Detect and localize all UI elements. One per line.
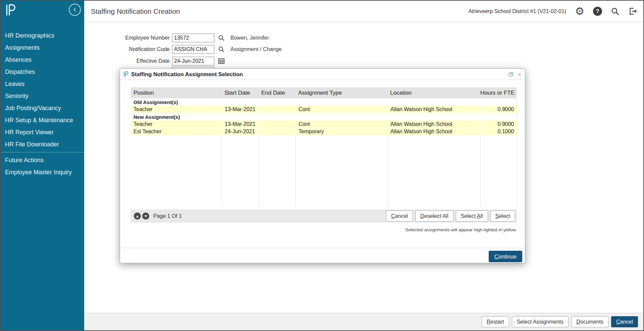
select-button[interactable]: Select xyxy=(490,210,515,222)
app-window: ‹ HR Demographics Assignments Absences D… xyxy=(0,0,644,331)
restart-button[interactable]: Restart xyxy=(482,316,509,327)
dialog-title: Staffing Notification Assignment Selecti… xyxy=(131,71,243,78)
sidebar-item-hr-setup-maintenance[interactable]: HR Setup & Maintenance xyxy=(1,114,84,126)
col-start-date: Start Date xyxy=(222,87,259,98)
page-title: Staffing Notification Creation xyxy=(91,7,180,15)
dialog-titlebar: Staffing Notification Assignment Selecti… xyxy=(120,69,525,80)
sidebar-collapse-button[interactable]: ‹ xyxy=(69,4,81,16)
sidebar-item-hr-report-viewer[interactable]: HR Report Viewer xyxy=(1,126,84,138)
cancel-button-footer[interactable]: Cancel xyxy=(611,316,638,327)
employee-number-row: Employee Number Bowen, Jennifer xyxy=(86,34,269,42)
chevron-left-icon: ‹ xyxy=(73,5,76,14)
sidebar-item-dispatches[interactable]: Dispatches xyxy=(1,66,84,78)
select-assignments-button[interactable]: Select Assignments xyxy=(512,316,569,327)
help-icon: ? xyxy=(593,7,602,16)
prev-page-button[interactable]: ▲ xyxy=(134,212,141,220)
sidebar-item-employee-master-inquiry[interactable]: Employee Master Inquiry xyxy=(1,166,84,178)
search-icon xyxy=(218,46,225,53)
col-end-date: End Date xyxy=(259,87,296,98)
col-hours-or-fte: Hours or FTE xyxy=(480,87,517,98)
sidebar-nav: HR Demographics Assignments Absences Dis… xyxy=(1,30,84,178)
assignment-table-wrap: Position Start Date End Date Assignment … xyxy=(131,87,517,207)
arrow-up-icon: ▲ xyxy=(136,215,139,218)
sidebar-item-hr-file-downloader[interactable]: HR File Downloader xyxy=(1,138,84,150)
selection-note: Selected assignments will appear high-li… xyxy=(131,227,517,232)
employee-number-lookup-button[interactable] xyxy=(218,35,225,41)
page-indicator: Page 1 Of 1 xyxy=(153,213,182,219)
dialog-logo-icon xyxy=(123,71,128,77)
calendar-button[interactable] xyxy=(218,58,225,64)
select-all-button[interactable]: Select All xyxy=(456,210,488,222)
sidebar: ‹ HR Demographics Assignments Absences D… xyxy=(1,1,84,330)
notification-code-row: Notification Code Assignment / Change xyxy=(86,45,282,54)
notification-code-description: Assignment / Change xyxy=(230,46,282,52)
sidebar-item-hr-demographics[interactable]: HR Demographics xyxy=(1,30,84,42)
effective-date-label: Effective Date xyxy=(86,58,170,64)
col-position: Position xyxy=(131,87,222,98)
employee-number-input[interactable] xyxy=(172,34,214,42)
notification-code-lookup-button[interactable] xyxy=(218,46,225,53)
settings-button[interactable]: ⚙ xyxy=(575,6,584,16)
empty-table-area xyxy=(131,135,517,207)
col-assignment-type: Assignment Type xyxy=(296,87,387,98)
group-header-row-old: Old Assignment(s) xyxy=(131,98,517,106)
action-bar: Restart Select Assignments Documents Can… xyxy=(84,313,643,330)
maximize-icon xyxy=(508,72,514,77)
employee-number-label: Employee Number xyxy=(86,35,170,41)
header: Staffing Notification Creation Atrieveer… xyxy=(84,1,643,22)
dialog-footer-bar: ▲ ▼ Page 1 Of 1 Cancel Deselect All Sele… xyxy=(131,209,517,223)
sidebar-item-leaves[interactable]: Leaves xyxy=(1,78,84,90)
cancel-button[interactable]: Cancel xyxy=(386,210,413,222)
col-location: Location xyxy=(387,87,480,98)
logout-icon xyxy=(628,7,637,16)
assignment-row[interactable]: Teacher 13-Mar-2021 Cont Allan Watson Hi… xyxy=(131,106,517,113)
district-label: Atrieveerp School District #1 (V21-02-01… xyxy=(469,8,567,14)
logout-button[interactable] xyxy=(628,7,637,16)
calendar-icon xyxy=(218,58,225,64)
notification-code-input[interactable] xyxy=(172,45,214,54)
group-header-row-new: New Assignment(s) xyxy=(131,113,517,121)
continue-button[interactable]: Continue xyxy=(489,251,522,262)
employee-name-text: Bowen, Jennifer xyxy=(230,35,269,41)
search-icon xyxy=(611,7,620,16)
assignment-row[interactable]: Teacher 13-Mar-2021 Cont Allan Watson Hi… xyxy=(131,121,517,128)
arrow-down-icon: ▼ xyxy=(145,215,147,218)
sidebar-item-future-actions[interactable]: Future Actions xyxy=(1,154,84,166)
close-button[interactable]: × xyxy=(518,71,522,78)
effective-date-row: Effective Date xyxy=(86,57,225,65)
app-logo-icon xyxy=(5,4,16,17)
maximize-button[interactable] xyxy=(508,72,514,77)
gear-icon: ⚙ xyxy=(575,6,584,16)
sidebar-divider xyxy=(1,152,84,152)
effective-date-input[interactable] xyxy=(172,57,214,65)
next-page-button[interactable]: ▼ xyxy=(142,212,149,220)
deselect-all-button[interactable]: Deselect All xyxy=(415,210,453,222)
notification-code-label: Notification Code xyxy=(86,46,170,52)
sidebar-item-seniority[interactable]: Seniority xyxy=(1,90,84,102)
help-button[interactable]: ? xyxy=(593,7,602,16)
sidebar-item-job-posting-vacancy[interactable]: Job Posting/Vacancy xyxy=(1,102,84,114)
search-button[interactable] xyxy=(611,7,620,16)
table-header-row: Position Start Date End Date Assignment … xyxy=(131,87,517,98)
dialog-separator xyxy=(120,248,525,248)
sidebar-item-absences[interactable]: Absences xyxy=(1,54,84,66)
sidebar-item-assignments[interactable]: Assignments xyxy=(1,42,84,54)
assignment-row[interactable]: Esl Teacher 24-Jun-2021 Temporary Allan … xyxy=(131,128,517,135)
assignment-selection-dialog: Staffing Notification Assignment Selecti… xyxy=(120,68,525,263)
close-icon: × xyxy=(518,70,522,78)
documents-button[interactable]: Documents xyxy=(571,316,608,327)
assignment-table: Position Start Date End Date Assignment … xyxy=(131,87,517,207)
search-icon xyxy=(218,35,225,41)
